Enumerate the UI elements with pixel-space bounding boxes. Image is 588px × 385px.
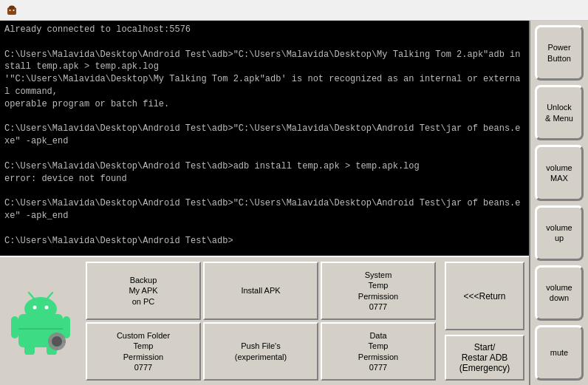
- buttons-grid: Backup My APK on PCInstall APKSystem Tem…: [81, 257, 440, 385]
- title-bar-left: [6, 4, 22, 16]
- android-logo: [0, 257, 81, 385]
- svg-line-9: [47, 293, 52, 299]
- close-button[interactable]: [561, 3, 582, 18]
- svg-rect-12: [24, 344, 35, 355]
- app-icon: [6, 4, 18, 16]
- bottom-panel: Backup My APK on PCInstall APKSystem Tem…: [0, 256, 529, 385]
- svg-point-3: [13, 10, 15, 11]
- maximize-button[interactable]: [539, 3, 560, 18]
- svg-rect-17: [55, 333, 58, 335]
- svg-point-2: [10, 10, 11, 11]
- android-svg: [11, 288, 70, 355]
- start-restar-adb-button[interactable]: Start/ Restar ADB (Emergency): [445, 335, 524, 381]
- grid-button-0[interactable]: Backup My APK on PC: [86, 262, 201, 320]
- title-bar: [0, 0, 588, 21]
- right-sidebar: Power ButtonUnlock & Menuvolume MAXvolum…: [529, 21, 588, 385]
- svg-point-16: [52, 336, 62, 347]
- grid-button-2[interactable]: System Temp Permission 0777: [321, 262, 436, 320]
- svg-rect-11: [63, 316, 70, 338]
- grid-button-4[interactable]: Push File's (experimental): [203, 322, 318, 381]
- title-bar-controls: [517, 3, 582, 18]
- return-area: <<<Return Start/ Restar ADB (Emergency): [440, 257, 529, 385]
- sidebar-button-0[interactable]: Power Button: [535, 25, 584, 81]
- svg-rect-10: [11, 316, 18, 338]
- sidebar-button-4[interactable]: volume down: [535, 265, 584, 321]
- svg-point-6: [33, 305, 37, 309]
- svg-rect-19: [48, 340, 51, 343]
- grid-button-5[interactable]: Data Temp Permission 0777: [321, 322, 436, 381]
- sidebar-button-2[interactable]: volume MAX: [535, 145, 584, 200]
- svg-rect-20: [63, 340, 66, 343]
- svg-point-7: [45, 305, 49, 309]
- sidebar-button-3[interactable]: volume up: [535, 205, 584, 261]
- svg-point-5: [24, 297, 57, 321]
- svg-rect-18: [55, 347, 58, 350]
- terminal-wrapper: Already connected to localhost:5576 C:\U…: [0, 21, 529, 385]
- sidebar-button-1[interactable]: Unlock & Menu: [535, 85, 584, 140]
- grid-button-3[interactable]: Custom Folder Temp Permission 0777: [86, 322, 201, 381]
- main-area: Already connected to localhost:5576 C:\U…: [0, 21, 588, 385]
- terminal-output[interactable]: Already connected to localhost:5576 C:\U…: [0, 21, 529, 256]
- minimize-button[interactable]: [517, 3, 538, 18]
- svg-point-1: [9, 5, 15, 9]
- return-button[interactable]: <<<Return: [445, 262, 524, 330]
- svg-line-8: [29, 293, 34, 299]
- sidebar-button-5[interactable]: mute: [535, 325, 584, 381]
- grid-button-1[interactable]: Install APK: [203, 262, 318, 320]
